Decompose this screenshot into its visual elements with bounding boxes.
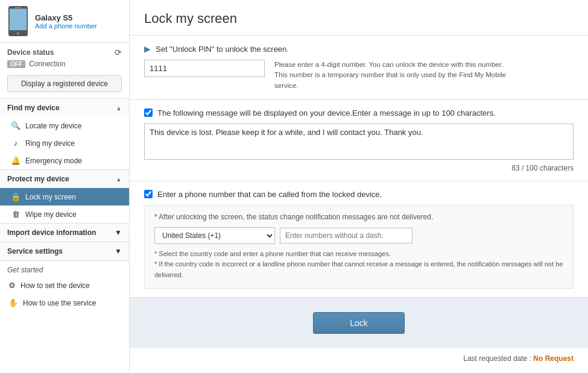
sidebar-item-locate-label: Locate my device — [25, 122, 81, 130]
lock-icon: 🔒 — [11, 192, 21, 201]
protect-section-header[interactable]: Protect my device ▲ — [0, 170, 129, 188]
refresh-icon[interactable]: ⟳ — [115, 48, 122, 57]
settings-icon: ⚙ — [8, 281, 16, 290]
service-section-arrow: ▼ — [115, 247, 122, 255]
message-checkbox-row: The following message will be displayed … — [144, 108, 574, 118]
pin-input[interactable] — [144, 60, 265, 77]
pin-input-row: Please enter a 4-digit number. You can u… — [144, 60, 574, 91]
pin-section-arrow-icon: ▶ — [144, 44, 151, 54]
device-name: Galaxy S5 — [35, 13, 97, 22]
sidebar-item-how-use-label: How to use the service — [23, 299, 96, 307]
phone-hint-line1: * Select the country code and enter a ph… — [154, 249, 563, 260]
off-badge: OFF — [7, 60, 25, 68]
main-content: ▶ Set "Unlock PIN" to unlock the screen.… — [130, 36, 588, 373]
phone-checkbox-label: Enter a phone number that can be called … — [157, 190, 382, 199]
phone-checkbox[interactable] — [144, 190, 153, 198]
locate-icon: 🔍 — [11, 121, 21, 130]
device-add-phone[interactable]: Add a phone number — [35, 22, 97, 30]
device-status-row: Device status ⟳ — [0, 43, 129, 60]
phone-section: Enter a phone number that can be called … — [130, 181, 588, 298]
emergency-icon: 🔔 — [11, 156, 21, 165]
device-info: Galaxy S5 Add a phone number — [35, 13, 97, 30]
find-my-device-section: Find my device ▲ 🔍 Locate my device ♪ Ri… — [0, 98, 129, 169]
pin-hint: Please enter a 4-digit number. You can u… — [274, 60, 528, 91]
char-max: 100 — [526, 164, 538, 172]
last-request-value: No Request — [533, 354, 574, 363]
phone-section-inner: * After unlocking the screen, the status… — [144, 205, 574, 289]
protect-section-arrow: ▲ — [116, 176, 122, 183]
import-section-arrow: ▼ — [115, 228, 122, 237]
sidebar-item-how-set-label: How to set the device — [21, 281, 90, 290]
service-section-header[interactable]: Service settings ▼ — [0, 242, 129, 260]
page-title: Lock my screen — [130, 0, 588, 36]
sidebar-item-lock-screen[interactable]: 🔒 Lock my screen — [0, 188, 129, 205]
connection-text: Connection — [29, 60, 66, 68]
pin-hint-line2: This number is a temporary number that i… — [274, 70, 528, 91]
sidebar-item-ring-label: Ring my device — [25, 139, 75, 148]
sidebar-item-lock-label: Lock my screen — [25, 193, 76, 201]
find-section-label: Find my device — [7, 104, 60, 112]
lock-button[interactable]: Lock — [313, 312, 405, 334]
protect-my-device-section: Protect my device ▲ 🔒 Lock my screen 🗑 W… — [0, 169, 129, 223]
pin-section-title-row: ▶ Set "Unlock PIN" to unlock the screen. — [144, 44, 574, 54]
sidebar-item-ring[interactable]: ♪ Ring my device — [0, 134, 129, 152]
sidebar-item-wipe[interactable]: 🗑 Wipe my device — [0, 205, 129, 223]
last-request-row: Last requested date : No Request — [130, 348, 588, 366]
phone-hint-line2: * If the country code is incorrect or a … — [154, 259, 563, 280]
get-started-label: Get started — [0, 260, 129, 277]
lock-button-section: Lock — [130, 298, 588, 348]
sidebar-item-wipe-label: Wipe my device — [25, 210, 77, 219]
phone-number-input[interactable] — [280, 228, 413, 243]
device-status-label: Device status — [7, 48, 54, 57]
find-section-header[interactable]: Find my device ▲ — [0, 99, 129, 117]
sidebar-item-emergency[interactable]: 🔔 Emergency mode — [0, 152, 129, 169]
wipe-icon: 🗑 — [11, 210, 21, 219]
display-registered-device-button[interactable]: Display a registered device — [7, 75, 122, 92]
device-header: Galaxy S5 Add a phone number — [0, 0, 129, 43]
sidebar-item-how-use[interactable]: ✋ How to use the service — [0, 294, 129, 312]
phone-input-row: United States (+1) Canada (+1) United Ki… — [154, 227, 563, 244]
service-section-label: Service settings — [7, 247, 63, 255]
char-count: 83 — [511, 164, 519, 172]
pin-section-title: Set "Unlock PIN" to unlock the screen. — [156, 45, 289, 54]
sidebar: Galaxy S5 Add a phone number Device stat… — [0, 0, 130, 373]
find-section-arrow: ▲ — [116, 105, 122, 111]
last-request-label: Last requested date : — [463, 354, 531, 363]
main-content-area: Lock my screen ▶ Set "Unlock PIN" to unl… — [130, 0, 588, 373]
ring-icon: ♪ — [11, 139, 21, 148]
notification-note: * After unlocking the screen, the status… — [154, 213, 563, 221]
message-section: The following message will be displayed … — [130, 100, 588, 181]
import-section-header[interactable]: Import device information ▼ — [0, 223, 129, 242]
char-separator: / — [522, 164, 526, 172]
hand-icon: ✋ — [8, 298, 18, 307]
phone-checkbox-row: Enter a phone number that can be called … — [144, 190, 574, 199]
message-checkbox-label: The following message will be displayed … — [157, 108, 496, 118]
sidebar-item-how-set[interactable]: ⚙ How to set the device — [0, 277, 129, 294]
device-phone-icon — [7, 6, 29, 36]
sidebar-item-emergency-label: Emergency mode — [25, 157, 82, 165]
pin-section: ▶ Set "Unlock PIN" to unlock the screen.… — [130, 36, 588, 100]
pin-hint-line1: Please enter a 4-digit number. You can u… — [274, 60, 528, 70]
char-label: characters — [540, 164, 574, 172]
message-textarea[interactable]: This device is lost. Please keep it for … — [144, 124, 574, 160]
import-section-label: Import device information — [7, 228, 96, 237]
phone-hint: * Select the country code and enter a ph… — [154, 249, 563, 281]
sidebar-item-locate[interactable]: 🔍 Locate my device — [0, 117, 129, 134]
protect-section-label: Protect my device — [7, 175, 69, 183]
country-select[interactable]: United States (+1) Canada (+1) United Ki… — [154, 227, 275, 244]
message-checkbox[interactable] — [144, 108, 153, 117]
char-count-row: 83 / 100 characters — [144, 164, 574, 172]
connection-row: OFF Connection — [0, 60, 129, 73]
svg-point-3 — [17, 32, 19, 34]
svg-rect-2 — [15, 7, 22, 8]
svg-rect-1 — [10, 8, 27, 30]
